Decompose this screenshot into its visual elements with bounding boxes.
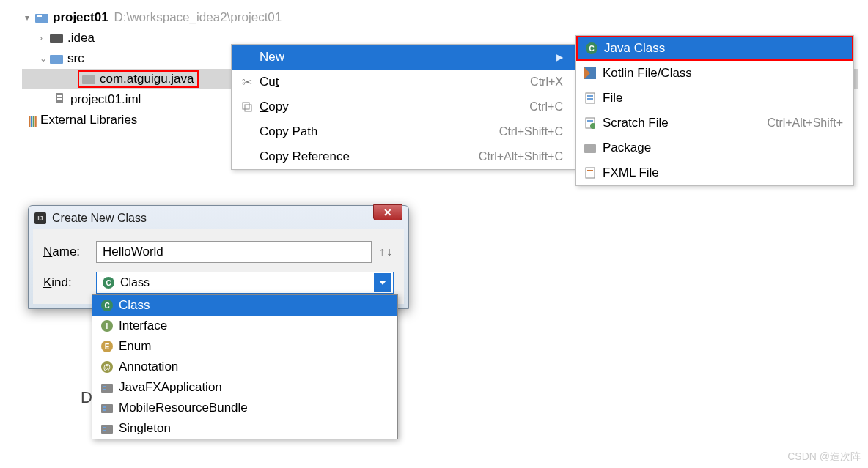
svg-rect-25 — [103, 406, 106, 408]
chevron-down-icon[interactable]: ⌄ — [40, 53, 50, 64]
svg-rect-6 — [57, 95, 62, 97]
submenu-item-package[interactable]: Package — [576, 135, 853, 160]
submenu-item-fxml[interactable]: FXML File — [576, 160, 853, 185]
svg-rect-20 — [587, 170, 593, 171]
context-menu: New ▶ ✂ Cut Ctrl+X Copy Ctrl+C Copy Path… — [231, 44, 575, 170]
ctx-copypath-label: Copy Path — [255, 125, 499, 139]
copy-icon — [239, 102, 255, 112]
svg-rect-16 — [587, 120, 593, 122]
ctx-copy-shortcut: Ctrl+C — [529, 100, 563, 114]
svg-rect-8 — [243, 103, 249, 109]
chevron-down-icon — [379, 281, 386, 285]
dropdown-item-javafxapplication[interactable]: JavaFXApplication — [92, 377, 397, 398]
submenu-kotlin-label: Kotlin File/Class — [603, 66, 843, 81]
enum-icon: E — [98, 341, 116, 352]
svg-rect-2 — [50, 34, 63, 43]
submenu-javaclass-label: Java Class — [604, 41, 842, 56]
ctx-item-new[interactable]: New ▶ — [232, 45, 575, 70]
watermark: CSDN @造次阵 — [787, 450, 861, 464]
chevron-right-icon[interactable]: › — [40, 33, 50, 43]
ctx-item-cut[interactable]: ✂ Cut Ctrl+X — [232, 70, 575, 94]
dropdown-item-label: MobileResourceBundle — [119, 401, 248, 415]
kotlin-icon — [582, 67, 598, 80]
submenu-scratch-label: Scratch File — [603, 116, 767, 130]
submenu-scratch-shortcut: Ctrl+Alt+Shift+ — [767, 116, 843, 130]
svg-rect-18 — [584, 144, 596, 153]
submenu-file-label: File — [603, 91, 843, 105]
dropdown-item-mobileresourcebundle[interactable]: MobileResourceBundle — [92, 398, 397, 418]
svg-rect-19 — [586, 168, 595, 178]
dropdown-item-label: Enum — [119, 339, 151, 354]
name-label: Name: — [43, 245, 96, 259]
ctx-copypath-shortcut: Ctrl+Shift+C — [499, 125, 563, 138]
dropdown-button[interactable] — [374, 273, 391, 292]
svg-rect-28 — [103, 427, 106, 428]
project-name: project01 — [53, 10, 108, 25]
dropdown-item-enum[interactable]: EEnum — [92, 336, 397, 357]
chevron-right-icon: ▶ — [556, 52, 563, 62]
template-icon — [98, 403, 116, 413]
submenu-item-javaclass[interactable]: C Java Class — [576, 36, 853, 61]
kind-label: Kind: — [43, 275, 96, 290]
submenu-item-file[interactable]: File — [576, 86, 853, 111]
ctx-copyref-label: Copy Reference — [255, 149, 479, 164]
idea-folder-label: .idea — [67, 31, 95, 45]
dialog-title: Create New Class — [52, 212, 147, 225]
dropdown-item-annotation[interactable]: @Annotation — [92, 357, 397, 377]
svg-rect-0 — [35, 14, 48, 23]
svg-rect-1 — [37, 15, 42, 17]
src-folder-label: src — [67, 51, 84, 66]
folder-icon — [50, 33, 63, 43]
svg-rect-27 — [101, 425, 113, 434]
ctx-item-copy[interactable]: Copy Ctrl+C — [232, 94, 575, 119]
submenu-package-label: Package — [603, 141, 843, 155]
tree-row-project[interactable]: ▾ project01 D:\workspace_idea2\project01 — [22, 7, 858, 28]
class-icon: C — [103, 277, 114, 289]
dropdown-item-interface[interactable]: IInterface — [92, 316, 397, 336]
template-icon — [98, 423, 116, 434]
ctx-item-copypath[interactable]: Copy Path Ctrl+Shift+C — [232, 119, 575, 144]
svg-rect-22 — [103, 386, 106, 387]
dropdown-item-label: Singleton — [119, 421, 171, 436]
package-icon — [82, 74, 95, 84]
svg-rect-3 — [50, 55, 63, 64]
dropdown-item-singleton[interactable]: Singleton — [92, 418, 397, 439]
svg-rect-26 — [103, 409, 106, 411]
iml-file-icon — [54, 92, 66, 108]
external-libs-label: External Libraries — [40, 113, 137, 127]
chevron-down-icon[interactable]: ▾ — [25, 12, 35, 23]
submenu-fxml-label: FXML File — [603, 166, 843, 180]
kind-select-value: Class — [120, 276, 150, 289]
svg-rect-23 — [103, 389, 106, 390]
ctx-cut-shortcut: Ctrl+X — [530, 75, 563, 89]
name-input[interactable] — [96, 241, 372, 263]
submenu-item-scratch[interactable]: Scratch File Ctrl+Alt+Shift+ — [576, 111, 853, 135]
package-icon — [582, 141, 598, 155]
template-icon — [98, 382, 116, 393]
dropdown-item-label: JavaFXApplication — [119, 380, 222, 395]
scissors-icon: ✂ — [239, 75, 255, 90]
dropdown-item-label: Class — [119, 298, 150, 313]
submenu-item-kotlin[interactable]: Kotlin File/Class — [576, 61, 853, 86]
new-submenu: C Java Class Kotlin File/Class File Scra… — [575, 35, 854, 186]
intellij-icon: IJ — [34, 212, 46, 224]
module-icon — [35, 12, 48, 23]
svg-rect-4 — [82, 75, 95, 84]
file-icon — [582, 92, 598, 105]
dropdown-item-class[interactable]: CClass — [92, 295, 397, 316]
dropdown-item-label: Interface — [119, 319, 167, 333]
package-label: com.atguigu.java — [100, 72, 194, 86]
close-button[interactable]: ✕ — [373, 204, 402, 220]
kind-dropdown: CClassIInterfaceEEnum@AnnotationJavaFXAp… — [92, 294, 398, 439]
kind-select[interactable]: C Class — [96, 272, 394, 294]
updown-icon[interactable]: ↑↓ — [379, 245, 394, 259]
iml-file-label: project01.iml — [70, 92, 141, 107]
svg-rect-24 — [101, 404, 113, 413]
dropdown-item-label: Annotation — [119, 360, 178, 374]
ctx-new-label: New — [255, 50, 556, 64]
ctx-copyref-shortcut: Ctrl+Alt+Shift+C — [479, 150, 563, 163]
svg-rect-7 — [57, 98, 62, 100]
create-class-dialog: IJ Create New Class ✕ Name: ↑↓ Kind: C C… — [28, 205, 409, 309]
ctx-item-copyref[interactable]: Copy Reference Ctrl+Alt+Shift+C — [232, 144, 575, 169]
source-folder-icon — [50, 53, 63, 64]
